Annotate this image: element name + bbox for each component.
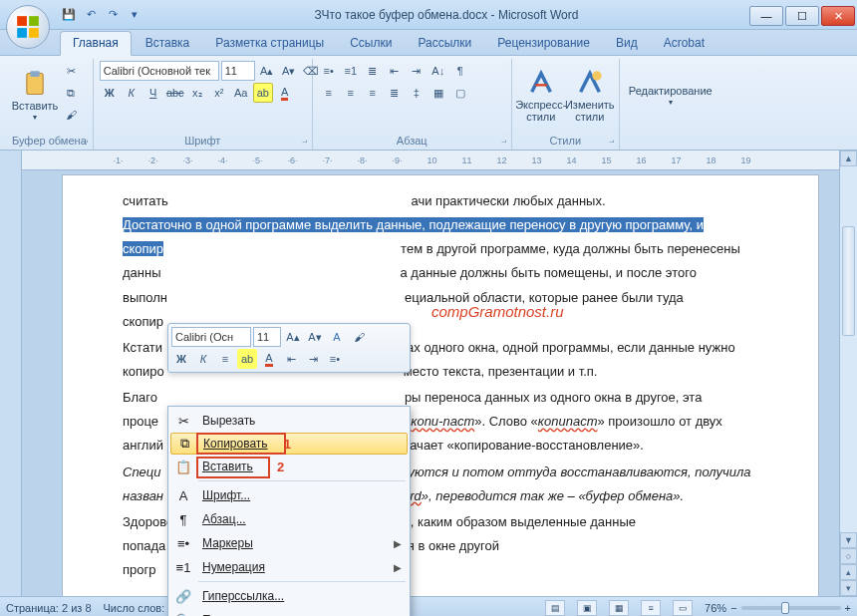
mini-font-color-button[interactable]: A (259, 349, 279, 369)
shrink-font-icon[interactable]: A▾ (279, 61, 299, 81)
document-area[interactable]: ·1··2··3··4··5··6··7··8··9·1011121314151… (22, 151, 839, 596)
scroll-thumb[interactable] (842, 226, 855, 336)
text: а данные должны быть помещены, и после э… (401, 265, 697, 280)
maximize-button[interactable]: ☐ (785, 6, 819, 26)
scroll-down-icon[interactable]: ▼ (840, 532, 857, 548)
annotation-1: 1 (284, 437, 291, 452)
highlight-button[interactable]: ab (253, 83, 273, 103)
bullets-button[interactable]: ≡• (319, 61, 339, 81)
zoom-in-button[interactable]: + (845, 602, 851, 614)
cut-icon[interactable]: ✂ (61, 61, 81, 81)
zoom-slider[interactable] (741, 606, 841, 610)
scroll-track[interactable] (840, 166, 857, 532)
scroll-up-icon[interactable]: ▲ (840, 151, 857, 166)
mini-styles-icon[interactable]: A (327, 327, 347, 347)
prev-page-icon[interactable]: ▴ (840, 564, 857, 580)
text: место текста, презентации и т.п. (404, 364, 598, 379)
font-name-input[interactable] (100, 61, 219, 81)
view-web-icon[interactable]: ▦ (609, 600, 629, 616)
line-spacing-button[interactable]: ‡ (407, 83, 427, 103)
mini-align-center-button[interactable]: ≡ (215, 349, 235, 369)
sort-button[interactable]: A↓ (428, 61, 448, 81)
align-center-button[interactable]: ≡ (341, 83, 361, 103)
next-page-icon[interactable]: ▾ (840, 580, 857, 596)
mini-indent-dec-button[interactable]: ⇤ (281, 349, 301, 369)
indent-decrease-button[interactable]: ⇤ (385, 61, 405, 81)
mini-italic-button[interactable]: К (193, 349, 213, 369)
ctx-para-label: Абзац... (202, 512, 246, 526)
close-button[interactable]: ✕ (821, 6, 855, 26)
show-marks-button[interactable]: ¶ (450, 61, 470, 81)
mini-grow-font-icon[interactable]: A▴ (283, 327, 303, 347)
numbering-button[interactable]: ≡1 (341, 61, 361, 81)
tab-layout[interactable]: Разметка страницы (203, 32, 336, 55)
mini-size-input[interactable] (253, 327, 281, 347)
mini-format-painter-icon[interactable]: 🖌 (349, 327, 369, 347)
tab-insert[interactable]: Вставка (134, 32, 202, 55)
status-page[interactable]: Страница: 2 из 8 (6, 602, 92, 614)
copy-icon[interactable]: ⧉ (61, 83, 81, 103)
tab-home[interactable]: Главная (60, 31, 132, 56)
svg-rect-0 (17, 16, 27, 26)
view-outline-icon[interactable]: ≡ (641, 600, 661, 616)
view-fullscreen-icon[interactable]: ▣ (577, 600, 597, 616)
shading-button[interactable]: ▦ (428, 83, 448, 103)
mini-shrink-font-icon[interactable]: A▾ (305, 327, 325, 347)
ctx-lookup[interactable]: 🔍Поиск... (170, 608, 408, 616)
undo-icon[interactable]: ↶ (82, 6, 100, 24)
ctx-bullets[interactable]: ≡•Маркеры▶ (170, 531, 408, 555)
minimize-button[interactable]: — (749, 6, 783, 26)
group-clipboard: Вставить ▾ ✂ ⧉ 🖌 Буфер обмена (6, 59, 94, 150)
qat-dropdown-icon[interactable]: ▾ (126, 6, 143, 24)
mini-indent-inc-button[interactable]: ⇥ (303, 349, 323, 369)
underline-button[interactable]: Ч (143, 83, 163, 103)
mini-bullets-button[interactable]: ≡• (325, 349, 345, 369)
office-button[interactable] (6, 5, 50, 49)
tab-acrobat[interactable]: Acrobat (652, 32, 716, 55)
zoom-knob[interactable] (781, 602, 789, 614)
mini-font-input[interactable] (171, 327, 251, 347)
tab-references[interactable]: Ссылки (338, 32, 404, 55)
change-case-button[interactable]: Aa (231, 83, 251, 103)
view-print-layout-icon[interactable]: ▤ (545, 600, 565, 616)
mini-bold-button[interactable]: Ж (171, 349, 191, 369)
grow-font-icon[interactable]: A▴ (257, 61, 277, 81)
ctx-paragraph[interactable]: ¶Абзац... (170, 507, 408, 531)
strike-button[interactable]: abc (165, 83, 185, 103)
font-size-input[interactable] (221, 61, 255, 81)
superscript-button[interactable]: x² (209, 83, 229, 103)
align-right-button[interactable]: ≡ (363, 83, 383, 103)
editing-button[interactable]: Редактирование ▾ (626, 61, 715, 131)
ctx-paste[interactable]: 📋Вставить2 (170, 455, 408, 478)
font-color-button[interactable]: A (275, 83, 295, 103)
tab-mailings[interactable]: Рассылки (406, 32, 483, 55)
tab-view[interactable]: Вид (604, 32, 650, 55)
format-painter-icon[interactable]: 🖌 (61, 105, 81, 125)
ctx-hyperlink[interactable]: 🔗Гиперссылка... (170, 584, 408, 608)
multilevel-button[interactable]: ≣ (363, 61, 383, 81)
borders-button[interactable]: ▢ (450, 83, 470, 103)
indent-increase-button[interactable]: ⇥ (407, 61, 427, 81)
view-draft-icon[interactable]: ▭ (673, 600, 693, 616)
browse-object-icon[interactable]: ○ (840, 548, 857, 564)
quick-styles-button[interactable]: Экспресс-стили (518, 61, 564, 131)
change-styles-button[interactable]: Изменить стили (567, 61, 613, 131)
mini-highlight-button[interactable]: ab (237, 349, 257, 369)
text: Кстати (123, 340, 162, 355)
italic-button[interactable]: К (122, 83, 142, 103)
paste-button[interactable]: Вставить ▾ (12, 61, 58, 131)
ctx-font[interactable]: AШрифт... (170, 483, 408, 507)
align-justify-button[interactable]: ≣ (385, 83, 405, 103)
tab-review[interactable]: Рецензирование (485, 32, 602, 55)
save-icon[interactable]: 💾 (60, 6, 78, 24)
bold-button[interactable]: Ж (100, 83, 120, 103)
subscript-button[interactable]: x₂ (187, 83, 207, 103)
ctx-cut[interactable]: ✂Вырезать (170, 409, 408, 433)
align-left-button[interactable]: ≡ (319, 83, 339, 103)
redo-icon[interactable]: ↷ (104, 6, 122, 24)
ctx-numbering[interactable]: ≡1Нумерация▶ (170, 555, 408, 579)
zoom-level[interactable]: 76% (705, 602, 726, 614)
vertical-scrollbar[interactable]: ▲ ▼ ○ ▴ ▾ (839, 151, 857, 596)
ctx-copy[interactable]: ⧉Копировать1 (170, 433, 408, 455)
zoom-out-button[interactable]: − (730, 602, 736, 614)
